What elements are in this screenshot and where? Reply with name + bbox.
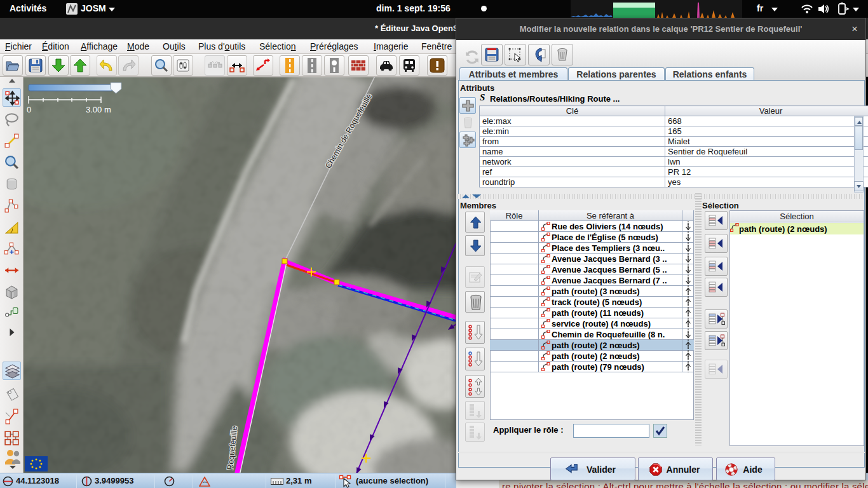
svg-text:0: 0 xyxy=(27,105,31,114)
svg-text:3.00 m: 3.00 m xyxy=(86,105,111,114)
